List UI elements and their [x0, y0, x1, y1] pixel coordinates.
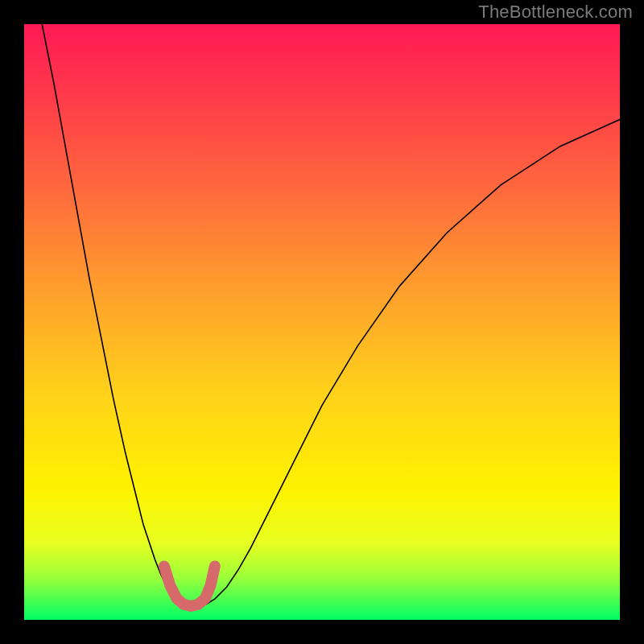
watermark-text: TheBottleneck.com	[478, 2, 633, 23]
right-curve	[203, 119, 620, 606]
u-marker	[164, 566, 215, 606]
left-curve	[42, 24, 185, 606]
plot-area	[24, 24, 620, 620]
curves-svg	[24, 24, 620, 620]
chart-container: TheBottleneck.com	[0, 0, 644, 644]
